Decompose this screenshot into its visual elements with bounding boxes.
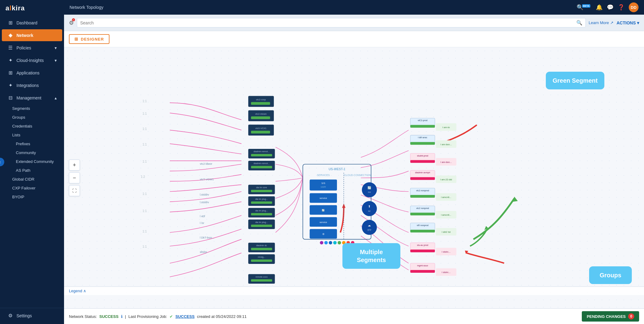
topology-svg: 1:1 1:1 1:1 1:1 1:1 1:2 1:1 1:1 1:1 1:1 …	[64, 47, 644, 308]
sidebar-sub-item-lists[interactable]: Lists	[0, 131, 64, 139]
avatar[interactable]: DD	[629, 2, 639, 12]
svg-text:1:1: 1:1	[142, 192, 147, 196]
svg-rect-26	[251, 154, 272, 157]
management-icon: ⊟	[7, 95, 13, 101]
canvas-area[interactable]: 1:1 1:1 1:1 1:1 1:1 1:2 1:1 1:1 1:1 1:1 …	[64, 47, 644, 308]
sidebar-sub-item-byoip[interactable]: BYOIP	[0, 193, 64, 201]
svg-text:diadmin-remot...: diadmin-remot...	[254, 162, 270, 165]
svg-text:l stlr2 tst: l stlr2 tst	[442, 231, 451, 233]
integrations-icon: ✦	[7, 82, 13, 88]
sidebar-item-management[interactable]: ⊟ Management ▴	[2, 92, 62, 104]
sidebar-item-settings[interactable]: ⚙ Settings	[2, 310, 62, 322]
svg-point-87	[333, 241, 337, 244]
svg-rect-32	[251, 190, 272, 192]
applications-icon: ⊞	[7, 70, 13, 76]
svg-point-86	[329, 241, 332, 244]
svg-text:CLOUD CONNECTION: CLOUD CONNECTION	[344, 174, 371, 177]
svg-rect-64	[310, 180, 337, 191]
svg-rect-41	[251, 225, 272, 227]
job-status-link[interactable]: SUCCESS	[175, 314, 195, 319]
svg-text:l 40f: l 40f	[200, 215, 205, 218]
svg-text:l.stsldrv: l.stsldrv	[200, 193, 209, 196]
svg-text:vtc2-ldwor: vtc2-ldwor	[200, 162, 212, 165]
svg-text:az: az	[368, 210, 370, 212]
external-link-icon: ↗	[610, 20, 614, 25]
actions-button[interactable]: ACTIONS ▾	[617, 20, 639, 25]
svg-text:vtc2-nonprod: vtc2-nonprod	[416, 189, 429, 192]
chevron-up-icon: ∧	[83, 289, 86, 293]
filter-button[interactable]: ⚙ •	[69, 20, 74, 26]
pending-changes-button[interactable]: PENDING CHANGES 0	[582, 311, 639, 322]
svg-text:1:1: 1:1	[142, 143, 147, 146]
svg-rect-44	[251, 248, 272, 250]
sidebar-sub-item-cxp-failover[interactable]: CXP Failover	[0, 184, 64, 193]
chat-icon[interactable]: 💬	[607, 4, 614, 11]
svg-text:vtc0-VC#1: vtc0-VC#1	[255, 127, 267, 130]
svg-text:sltslrp: sltslrp	[200, 250, 207, 254]
svg-rect-17	[251, 102, 270, 105]
info-icon[interactable]: ℹ	[121, 314, 123, 319]
svg-text:l dt/l ansc: l dt/l ansc	[418, 136, 428, 139]
designer-button[interactable]: ⊞ DESIGNER	[69, 34, 109, 44]
sidebar-item-cloud-insights[interactable]: ✦ Cloud-Insights ▾	[2, 54, 62, 66]
svg-text:l DkT-bsm...: l DkT-bsm...	[200, 236, 214, 239]
settings-icon: ⚙	[7, 313, 13, 319]
svg-text:S/S: S/S	[321, 182, 325, 185]
svg-text:diadmin avmpri: diadmin avmpri	[415, 171, 430, 174]
svg-point-75	[362, 182, 377, 197]
svg-point-89	[342, 241, 345, 244]
svg-rect-124	[410, 230, 435, 232]
sidebar-sub-item-groups[interactable]: Groups	[0, 113, 64, 122]
svg-rect-21	[248, 124, 274, 135]
svg-text:sddfr: sddfr	[321, 185, 326, 188]
svg-rect-35	[251, 201, 272, 204]
searchbar: ⚙ • 🔍 Learn More ↗ ACTIONS ▾	[64, 15, 644, 31]
svg-point-88	[338, 241, 341, 244]
sidebar-item-dashboard[interactable]: ⊞ Dashboard	[2, 17, 62, 29]
svg-text:⬆: ⬆	[368, 205, 370, 208]
svg-rect-47	[251, 259, 272, 262]
svg-text:remote-xxxx: remote-xxxx	[256, 275, 268, 278]
status-label: Network Status:	[69, 314, 97, 319]
bell-icon[interactable]: 🔔	[596, 4, 603, 11]
help-icon[interactable]: ❓	[618, 4, 624, 11]
svg-text:studnt-prod: studnt-prod	[417, 154, 428, 157]
zoom-out-button[interactable]: −	[69, 172, 80, 183]
svg-text:dia lm plug...: dia lm plug...	[255, 209, 268, 212]
svg-rect-20	[251, 117, 270, 119]
svg-point-91	[351, 241, 354, 244]
sidebar-sub-item-extended-community[interactable]: Extended Community	[0, 157, 64, 166]
sidebar-sub-item-credentials[interactable]: Credentials	[0, 122, 64, 131]
learn-more-link[interactable]: Learn More ↗	[589, 20, 614, 25]
job-suffix: created at 05/24/2022 09:11	[197, 314, 247, 319]
sidebar-sub-item-prefixes[interactable]: Prefixes	[0, 139, 64, 148]
sidebar-item-integrations[interactable]: ✦ Integrations	[2, 79, 62, 91]
sidebar-item-policies[interactable]: ☰ Policies ▾	[2, 42, 62, 54]
svg-text:l.stsldrv: l.stsldrv	[200, 201, 209, 204]
svg-text:1:1: 1:1	[142, 160, 147, 163]
zoom-in-button[interactable]: +	[69, 160, 80, 171]
svg-point-84	[320, 241, 323, 244]
search-input[interactable]	[80, 20, 574, 25]
designer-bar: ⊞ DESIGNER	[64, 31, 644, 47]
search-icon[interactable]: 🔍BETA	[577, 4, 592, 11]
zoom-fit-button[interactable]: ⛶	[69, 185, 80, 196]
svg-rect-109	[410, 177, 435, 180]
svg-text:1:1: 1:1	[142, 99, 147, 103]
svg-text:vtC2-prod: vtC2-prod	[418, 119, 428, 122]
sidebar-sub-item-global-cidr[interactable]: Global CIDR	[0, 175, 64, 184]
sidebar-sub-item-as-path[interactable]: AS Path	[0, 166, 64, 175]
sidebar-sub-item-segments[interactable]: Segments	[0, 104, 64, 113]
svg-text:SERVICES: SERVICES	[317, 174, 330, 177]
sidebar-item-network[interactable]: ◈ Network	[2, 29, 62, 41]
sidebar-sub-item-community[interactable]: Community	[0, 148, 64, 157]
designer-icon: ⊞	[74, 37, 78, 41]
svg-text:1:1: 1:1	[142, 112, 147, 115]
sidebar-item-applications[interactable]: ⊞ Applications	[2, 67, 62, 79]
sidebar-logo: alkira	[0, 0, 64, 16]
svg-text:l am-22-dsl: l am-22-dsl	[440, 178, 452, 181]
legend-toggle[interactable]: Legend ∧	[69, 289, 86, 293]
network-icon: ◈	[7, 32, 13, 38]
last-job-label: Last Provisioning Job:	[128, 314, 167, 319]
svg-text:l stslrc...: l stslrc...	[442, 250, 451, 253]
